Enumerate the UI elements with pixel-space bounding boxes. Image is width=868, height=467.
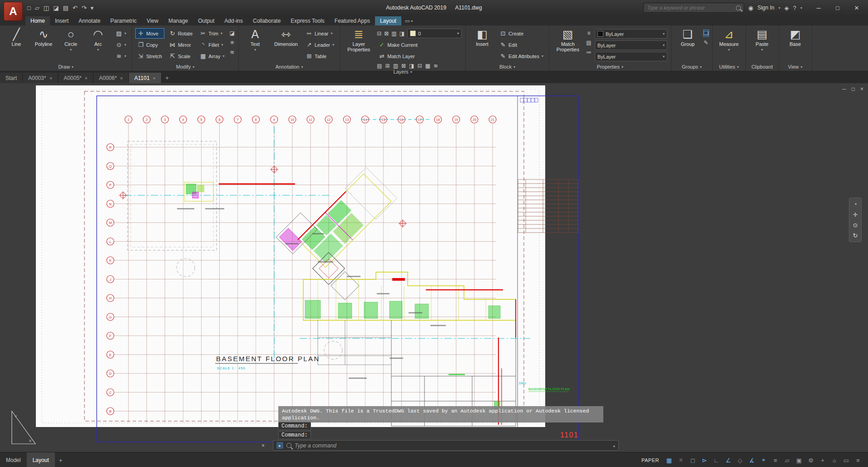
draw-extra-tools[interactable]: ▨▾	[114, 29, 128, 38]
plot-style-icon[interactable]: ▤	[586, 40, 592, 46]
array-button[interactable]: ▦Array▾	[198, 51, 226, 61]
layer-dropdown[interactable]: 0 ▾	[407, 29, 462, 38]
doc-restore-icon[interactable]: □	[852, 86, 855, 92]
ribbon-tab-insert[interactable]: Insert	[50, 16, 74, 25]
navigation-bar[interactable]: ◔ ✛ ⊙ ↻	[849, 198, 862, 242]
layout-tab[interactable]: Layout	[27, 452, 55, 467]
transparency-icon[interactable]: ▱	[782, 455, 793, 466]
layer-off-icon[interactable]: ◨	[399, 30, 404, 37]
close-tab-icon[interactable]: ×	[85, 75, 88, 81]
help-search-box[interactable]	[643, 3, 744, 13]
object-snap-icon[interactable]: ⌖	[758, 455, 769, 466]
drawing-area[interactable]: 123456789101112131415161718192021 RQPNML…	[0, 83, 868, 452]
insert-button[interactable]: ◧ Insert	[469, 27, 495, 63]
linetype-dropdown[interactable]: ByLayer ▾	[595, 40, 667, 50]
doc-close-icon[interactable]: ×	[860, 86, 863, 92]
layer-walk-icon[interactable]: ▥	[393, 63, 398, 69]
rotate-button[interactable]: ↻Rotate	[168, 29, 194, 38]
orbit-icon[interactable]: ↻	[853, 232, 858, 239]
snap-mode-icon[interactable]: ⌗	[676, 455, 686, 466]
lineweight-display-icon[interactable]: ≡	[770, 455, 781, 466]
create-button[interactable]: ⊡Create	[498, 29, 545, 38]
new-file-icon[interactable]: □	[27, 5, 31, 11]
object-color-list-icon[interactable]: ≡	[586, 30, 592, 36]
edit-button[interactable]: ✎Edit	[498, 40, 545, 50]
plot-icon[interactable]: ▤	[63, 5, 68, 11]
copy-button[interactable]: ❐Copy	[136, 40, 164, 50]
pan-icon[interactable]: ✛	[853, 211, 858, 218]
block-panel-label[interactable]: Block▾	[466, 63, 549, 71]
save-icon[interactable]: ◫	[44, 5, 49, 11]
command-input[interactable]: ▸ Type a command ▴	[273, 440, 619, 451]
drawing-canvas[interactable]: 123456789101112131415161718192021 RQPNML…	[0, 83, 868, 452]
measure-button[interactable]: ⊿ Measure ▾	[716, 27, 742, 63]
match-properties-button[interactable]: ▧ Match Properties	[553, 27, 583, 63]
properties-list-icon[interactable]: ≔	[586, 49, 592, 55]
save-as-icon[interactable]: ◪	[53, 5, 59, 11]
file-tab-a0003-[interactable]: A0003*×	[23, 73, 58, 83]
undo-icon[interactable]: ↶	[73, 5, 78, 11]
explode-icon[interactable]: ✳	[230, 40, 235, 46]
file-tab-start[interactable]: Start	[0, 73, 23, 83]
trim-button[interactable]: ✂Trim▾	[198, 29, 226, 38]
ortho-mode-icon[interactable]: ∟	[711, 455, 722, 466]
fillet-button[interactable]: ◝Fillet▾	[198, 40, 226, 50]
app-store-icon[interactable]: ◈	[784, 5, 789, 11]
ribbon-tab-output[interactable]: Output	[193, 16, 219, 25]
ribbon-tab-collaborate[interactable]: Collaborate	[248, 16, 286, 25]
command-search-icon[interactable]	[286, 443, 291, 448]
properties-panel-label[interactable]: Properties▾	[549, 63, 671, 71]
turn-all-layers-on-icon[interactable]: ⊟	[417, 63, 422, 69]
application-menu-button[interactable]: A	[4, 2, 23, 21]
file-tab-a0006-[interactable]: A0006*×	[94, 73, 129, 83]
layer-state-icon[interactable]: ≋	[434, 63, 438, 69]
file-tab-a0005-[interactable]: A0005*×	[58, 73, 94, 83]
annotation-panel-label[interactable]: Annotation▾	[239, 63, 340, 71]
paste-button[interactable]: ▤ Paste ▾	[750, 27, 775, 63]
search-input[interactable]	[646, 5, 733, 11]
layer-unlock-icon[interactable]: ⊞	[385, 63, 390, 69]
layer-isolate-icon[interactable]: ⊟	[377, 30, 381, 37]
close-tab-icon[interactable]: ×	[120, 75, 123, 81]
utilities-panel-label[interactable]: Utilities▾	[713, 63, 745, 71]
command-close-icon[interactable]: ×	[261, 442, 265, 449]
ribbon-tab-featured-apps[interactable]: Featured Apps	[330, 16, 375, 25]
new-layout-icon[interactable]: +	[55, 457, 67, 464]
isolate-objects-icon[interactable]: ☼	[829, 455, 840, 466]
linear-button[interactable]: ⇿Linear▾	[304, 29, 336, 38]
steering-wheel-icon[interactable]: ◔	[853, 201, 857, 208]
stretch-button[interactable]: ⇲Stretch	[136, 51, 164, 61]
annotation-monitor-icon[interactable]: +	[817, 455, 828, 466]
dynamic-input-icon[interactable]: ⊳	[699, 455, 710, 466]
close-tab-icon[interactable]: ×	[153, 75, 156, 81]
draw-extra-tools[interactable]: ⊙▾	[114, 40, 128, 50]
minimize-button[interactable]: ─	[809, 1, 828, 15]
selection-cycling-icon[interactable]: ▣	[794, 455, 804, 466]
ribbon-tab-view[interactable]: View	[142, 16, 163, 25]
edit-attributes-button[interactable]: ✎Edit Attributes▾	[498, 51, 545, 61]
redo-icon[interactable]: ↷	[82, 5, 87, 11]
layer-previous-icon[interactable]: ▦	[425, 63, 430, 69]
help-icon[interactable]: ?	[793, 5, 796, 11]
circle-button[interactable]: ○Circle▾	[58, 27, 84, 63]
layers-panel-label[interactable]: Layers▾	[340, 69, 465, 75]
ribbon-tab-home[interactable]: Home	[25, 16, 50, 25]
ribbon-display-toggle[interactable]: ▭▾	[401, 17, 416, 25]
erase-icon[interactable]: ◪	[230, 30, 235, 36]
arc-button[interactable]: ◠Arc▾	[85, 27, 111, 63]
polyline-button[interactable]: ∿Polyline	[31, 27, 56, 63]
customization-icon[interactable]: ≡	[853, 455, 863, 466]
qat-menu-icon[interactable]: ▾	[91, 5, 94, 11]
match-layer-button[interactable]: ⇌ Match Layer	[377, 51, 462, 61]
view-panel-label[interactable]: View▾	[779, 63, 812, 71]
move-button[interactable]: ✛Move	[136, 29, 164, 38]
layer-properties-button[interactable]: ≣ Layer Properties	[344, 27, 374, 69]
polar-tracking-icon[interactable]: ∠	[723, 455, 734, 466]
object-snap-tracking-icon[interactable]: ∡	[746, 455, 757, 466]
ribbon-tab-express-tools[interactable]: Express Tools	[286, 16, 329, 25]
line-button[interactable]: ╱Line	[4, 27, 29, 63]
workspace-switching-icon[interactable]: ⚙	[805, 455, 816, 466]
file-tab-a1101[interactable]: A1101×	[129, 73, 162, 83]
layer-delete-icon[interactable]: ◨	[409, 63, 414, 69]
ribbon-tab-add-ins[interactable]: Add-ins	[219, 16, 248, 25]
